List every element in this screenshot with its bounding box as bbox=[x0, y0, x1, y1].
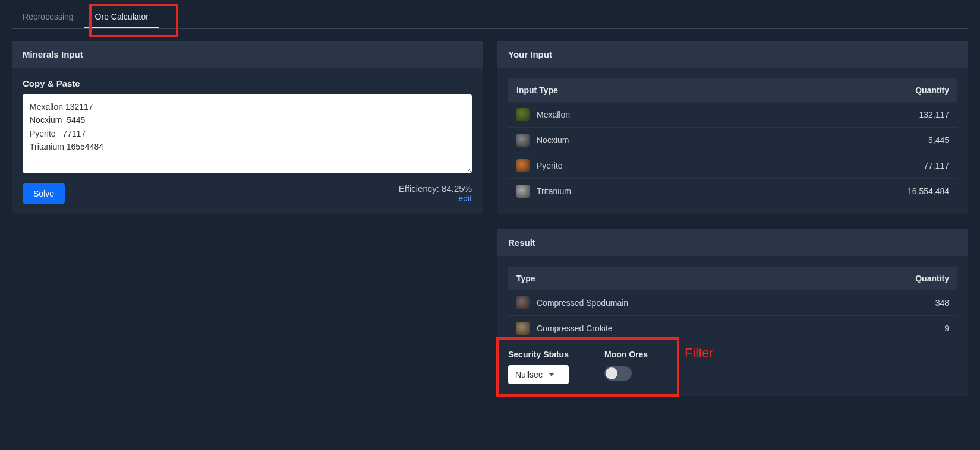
pyerite-icon bbox=[516, 159, 530, 172]
col-type: Type bbox=[508, 267, 831, 290]
spodumain-icon bbox=[516, 296, 530, 309]
tab-reprocessing[interactable]: Reprocessing bbox=[12, 6, 84, 28]
table-row: Tritanium 16,554,484 bbox=[508, 179, 957, 204]
chevron-down-icon bbox=[549, 373, 554, 376]
item-qty: 348 bbox=[831, 290, 957, 316]
col-input-type: Input Type bbox=[508, 78, 755, 102]
tabs-bar: Reprocessing Ore Calculator bbox=[12, 6, 968, 29]
moon-ores-toggle[interactable] bbox=[604, 366, 632, 381]
mexallon-icon bbox=[516, 108, 530, 121]
result-header: Result bbox=[497, 229, 968, 256]
nocxium-icon bbox=[516, 134, 530, 147]
table-row: Mexallon 132,117 bbox=[508, 102, 957, 128]
minerals-textarea[interactable] bbox=[23, 94, 472, 173]
item-qty: 77,117 bbox=[755, 153, 957, 179]
security-status-select[interactable]: Nullsec bbox=[508, 365, 569, 384]
col-quantity: Quantity bbox=[831, 267, 957, 290]
minerals-input-card: Minerals Input Copy & Paste Solve Effici… bbox=[12, 41, 483, 214]
tab-ore-calculator[interactable]: Ore Calculator bbox=[84, 6, 159, 28]
table-row: Nocxium 5,445 bbox=[508, 128, 957, 153]
col-quantity: Quantity bbox=[755, 78, 957, 102]
minerals-input-header: Minerals Input bbox=[12, 41, 483, 68]
table-row: Pyerite 77,117 bbox=[508, 153, 957, 179]
solve-button[interactable]: Solve bbox=[23, 183, 65, 204]
item-name: Pyerite bbox=[537, 161, 563, 170]
toggle-knob bbox=[606, 367, 617, 379]
item-name: Nocxium bbox=[537, 135, 569, 145]
result-card: Result Type Quantity Compressed Spodumai… bbox=[497, 229, 968, 396]
your-input-header: Your Input bbox=[497, 41, 968, 68]
security-status-label: Security Status bbox=[508, 350, 569, 359]
moon-ores-label: Moon Ores bbox=[604, 350, 648, 359]
item-name: Mexallon bbox=[537, 110, 570, 119]
filters-row: Security Status Nullsec Moon Ores Filter bbox=[497, 341, 968, 396]
annotation-filter-text: Filter bbox=[685, 346, 714, 361]
edit-link[interactable]: edit bbox=[458, 194, 472, 203]
table-row: Compressed Spodumain 348 bbox=[508, 290, 957, 316]
copy-paste-label: Copy & Paste bbox=[23, 78, 472, 88]
your-input-table: Input Type Quantity Mexallon 132,117 Noc… bbox=[508, 78, 957, 204]
item-qty: 16,554,484 bbox=[755, 179, 957, 204]
item-qty: 9 bbox=[831, 316, 957, 341]
result-table: Type Quantity Compressed Spodumain 348 C… bbox=[508, 267, 957, 341]
tritanium-icon bbox=[516, 185, 530, 198]
item-qty: 132,117 bbox=[755, 102, 957, 128]
table-row: Compressed Crokite 9 bbox=[508, 316, 957, 341]
security-status-value: Nullsec bbox=[515, 370, 543, 379]
item-name: Compressed Spodumain bbox=[537, 298, 628, 308]
item-name: Compressed Crokite bbox=[537, 324, 613, 333]
item-name: Tritanium bbox=[537, 186, 571, 196]
crokite-icon bbox=[516, 322, 530, 335]
item-qty: 5,445 bbox=[755, 128, 957, 153]
your-input-card: Your Input Input Type Quantity Mexallon … bbox=[497, 41, 968, 214]
efficiency-text: Efficiency: 84.25% bbox=[399, 183, 472, 194]
